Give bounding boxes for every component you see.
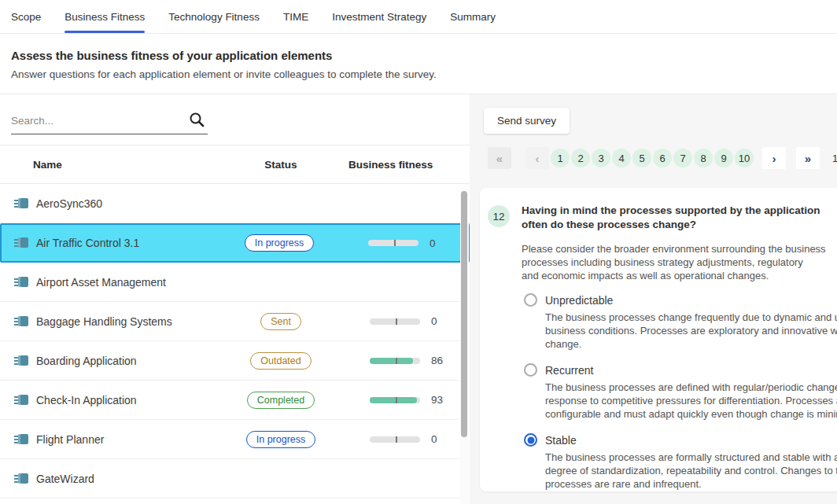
row-name-cell: Baggage Handling Systems (0, 315, 234, 328)
tab-label: Business Fitness (65, 11, 145, 23)
fitness-value: 0 (431, 433, 437, 445)
tab-label: Investment Strategy (332, 11, 426, 23)
row-status-cell: Completed (234, 392, 328, 409)
option-description: The business processes change frequently… (545, 311, 837, 351)
fitness-bar (370, 358, 420, 364)
option-select-row[interactable]: Unpredictable (524, 293, 837, 307)
page-button-10[interactable]: 10 (735, 149, 754, 167)
page-button-9[interactable]: 9 (714, 149, 733, 167)
fitness-threshold-tick (394, 240, 396, 246)
radio-stable[interactable] (524, 433, 537, 447)
tab-label: Technology Fitness (168, 11, 260, 23)
pagination-overflow-page[interactable]: 1 (832, 153, 837, 164)
page-button-2[interactable]: 2 (571, 149, 590, 167)
application-name: GateWizard (36, 473, 94, 485)
table-row[interactable]: Baggage Handling SystemsSent0 (0, 302, 470, 341)
tab-label: Scope (11, 11, 41, 23)
fitness-value: 93 (431, 394, 443, 406)
main-split: Name Status Business fitness AeroSync360… (0, 94, 837, 504)
row-fitness-cell: 0 (328, 315, 470, 327)
application-name: Baggage Handling Systems (36, 315, 172, 328)
scrollbar-thumb[interactable] (461, 191, 467, 437)
row-name-cell: Air Traffic Control 3.1 (2, 237, 232, 249)
row-status-cell: In progress (232, 234, 326, 252)
intro-section: Assess the business fitness of your appl… (0, 34, 837, 80)
pagination-prev-button[interactable]: ‹ (525, 147, 549, 169)
fitness-threshold-tick (396, 436, 397, 443)
pagination-next-button[interactable]: › (762, 147, 786, 169)
application-icon (14, 198, 29, 209)
question-description-line: processes including business strategy ad… (522, 256, 837, 269)
pagination-last-button[interactable]: » (796, 147, 820, 169)
application-rows: AeroSync360Air Traffic Control 3.1In pro… (0, 184, 470, 498)
tab-technology-fitness[interactable]: Technology Fitness (168, 0, 260, 33)
option-label[interactable]: Unpredictable (545, 294, 613, 307)
table-row[interactable]: Air Traffic Control 3.1In progress0 (0, 223, 470, 263)
application-name: AeroSync360 (36, 197, 102, 210)
question-title-line: Having in mind the processes supported b… (522, 204, 837, 218)
page-button-5[interactable]: 5 (632, 149, 651, 167)
application-icon (14, 316, 29, 327)
table-row[interactable]: Flight PlannerIn progress0 (0, 420, 470, 459)
status-badge: Completed (247, 392, 315, 409)
answer-options: UnpredictableThe business processes chan… (524, 293, 837, 491)
row-fitness-cell: 93 (328, 394, 470, 406)
row-name-cell: Airport Asset Management (0, 276, 234, 289)
row-fitness-cell: 0 (328, 433, 470, 445)
option-description-line: processes are rare and infrequent. (545, 477, 837, 491)
search-input[interactable] (11, 112, 208, 134)
question-title-line: often do these processes change? (522, 218, 837, 232)
send-survey-button[interactable]: Send survey (484, 108, 570, 134)
tab-label: Summary (450, 11, 496, 23)
question-description-line: and economic impacts as well as operatio… (522, 269, 837, 282)
table-row[interactable]: AeroSync360 (0, 184, 470, 223)
application-name: Airport Asset Management (36, 276, 166, 289)
answer-option-stable: StableThe business processes are formall… (524, 433, 837, 491)
fitness-value: 0 (431, 315, 437, 327)
tab-scope[interactable]: Scope (11, 0, 41, 33)
row-name-cell: GateWizard (0, 473, 234, 485)
column-header-status: Status (234, 159, 328, 171)
application-name: Boarding Application (36, 355, 137, 367)
table-row[interactable]: Airport Asset Management (0, 263, 470, 302)
option-description-line: change. (545, 337, 837, 351)
question-description: Please consider the broader environment … (522, 242, 837, 282)
survey-panel: Send survey «‹12345678910›»1 12 Having i… (470, 94, 837, 504)
scrollbar-track[interactable] (460, 189, 469, 504)
answer-option-recurrent: RecurrentThe business processes are defi… (524, 363, 837, 421)
table-row[interactable]: GateWizard (0, 459, 470, 498)
page-button-7[interactable]: 7 (673, 149, 692, 167)
row-status-cell: Sent (234, 313, 328, 330)
radio-unpredictable[interactable] (524, 293, 537, 307)
tab-time[interactable]: TIME (283, 0, 308, 33)
option-select-row[interactable]: Stable (524, 433, 837, 447)
fitness-threshold-tick (396, 358, 397, 364)
row-status-cell: Outdated (234, 352, 328, 370)
option-description-line: business conditions. Processes are explo… (545, 324, 837, 337)
option-select-row[interactable]: Recurrent (524, 363, 837, 377)
page-button-8[interactable]: 8 (694, 149, 713, 167)
radio-recurrent[interactable] (524, 363, 537, 377)
application-icon (14, 277, 29, 288)
table-row[interactable]: Check-In ApplicationCompleted93 (0, 381, 470, 420)
option-label[interactable]: Recurrent (545, 364, 593, 377)
page-button-6[interactable]: 6 (653, 149, 672, 167)
page-button-4[interactable]: 4 (612, 149, 631, 167)
option-description-line: The business processes are formally stru… (545, 451, 837, 464)
row-name-cell: Flight Planner (0, 433, 234, 446)
tab-investment-strategy[interactable]: Investment Strategy (332, 0, 426, 33)
application-icon (14, 395, 29, 406)
row-fitness-cell: 86 (328, 355, 470, 366)
question-description-line: Please consider the broader environment … (522, 242, 837, 256)
option-description: The business processes are defined with … (545, 381, 837, 421)
tab-business-fitness[interactable]: Business Fitness (65, 0, 145, 33)
question-title: Having in mind the processes supported b… (522, 204, 837, 232)
option-label[interactable]: Stable (545, 434, 577, 447)
page-button-3[interactable]: 3 (592, 149, 610, 167)
table-row[interactable]: Boarding ApplicationOutdated86 (0, 341, 470, 381)
page-button-1[interactable]: 1 (551, 149, 570, 167)
search-icon[interactable] (189, 112, 205, 131)
option-description-line: configurable and must adapt quickly even… (545, 407, 837, 421)
pagination-first-button[interactable]: « (488, 147, 511, 169)
tab-summary[interactable]: Summary (450, 0, 496, 33)
